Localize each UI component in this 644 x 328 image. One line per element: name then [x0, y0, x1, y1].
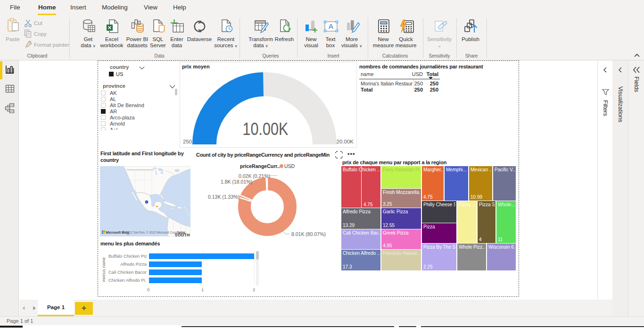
svg-text:SOUTH: SOUTH	[175, 233, 190, 237]
svg-text:20.00K: 20.00K	[337, 139, 354, 144]
svg-text:A: A	[329, 22, 333, 30]
svg-text:10.00K: 10.00K	[243, 119, 289, 139]
svg-text:250: 250	[183, 139, 192, 144]
